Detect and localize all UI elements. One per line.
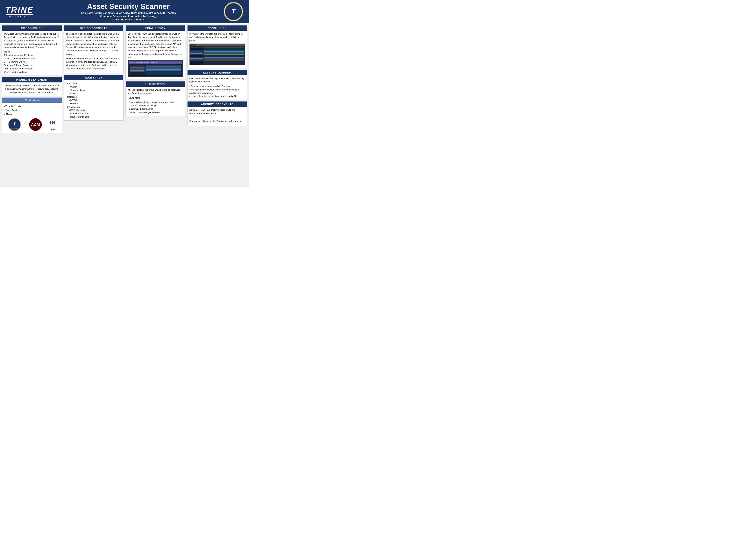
tech-database: Database MYSQL Grafana xyxy=(66,95,122,105)
future-work-header: FUTURE WORK xyxy=(126,81,185,87)
conclusion-header: CONCLUSION xyxy=(187,25,247,31)
advisor-line: Advisors: David Corcoran xyxy=(35,18,222,21)
lessons-list: Development of dashboards in Grafana Man… xyxy=(189,85,245,98)
column-3: FINAL DESIGN Users interface with this a… xyxy=(126,25,185,185)
seal-inner: T ANGOLA, INDIANA xyxy=(225,3,242,20)
grafana-topbar xyxy=(190,44,245,47)
ingov-logo: IN .gov xyxy=(50,118,55,131)
seal-sublabel: ANGOLA, INDIANA xyxy=(228,15,239,16)
authors-line: Eric Gaby, Tanner Johnston, Jalan Albea,… xyxy=(35,11,222,15)
ack-p2: Censys Inc. - Owner of the Censys networ… xyxy=(189,119,245,123)
ingov-in-text: IN xyxy=(50,118,55,128)
role-eric: Eric – Infrastructure Engineer xyxy=(4,54,33,56)
tech-docker: Docker Containers xyxy=(66,115,122,118)
tech-application: Application Python Censys Library Dash xyxy=(66,82,122,95)
problem-statement-header: PROBLEM STATEMENT xyxy=(2,77,62,82)
column-4: CONCLUSION In finalizing the work for th… xyxy=(187,25,247,185)
customers-body: • Trine University • Texas A&M • IN.gov … xyxy=(2,103,62,133)
university-wordmark: UNIVERSITY xyxy=(9,15,30,18)
future-items-label: Future Items xyxy=(128,96,183,100)
introduction-header: INTRODUCTION xyxy=(2,25,62,31)
future-item-2: General Remediation Steps xyxy=(128,104,183,107)
acknowledgements-section: ACKNOWLEDGEMENTS David Corcoran – Adjunc… xyxy=(187,101,247,126)
trine-logo-left: TRINE UNIVERSITY xyxy=(4,6,35,18)
role-tanner: Tanner – Software Engineer xyxy=(4,64,32,66)
future-item-1: Custom Highlighting options for returned… xyxy=(128,101,183,104)
trine-wordmark: TRINE xyxy=(5,6,34,14)
conclusion-section: CONCLUSION In finalizing the work for th… xyxy=(187,25,247,68)
problem-statement-body: Assets are being deployed and exposed to… xyxy=(2,82,62,96)
app-screenshot-content xyxy=(129,64,182,76)
trine-divider xyxy=(6,15,33,15)
app-sidebar xyxy=(129,65,145,75)
column-2: DESIGN CONCEPTS The design of this appli… xyxy=(64,25,124,185)
conclusion-body: In finalizing the work for this project,… xyxy=(187,31,247,68)
design-concepts-p2: The database features two tables that ho… xyxy=(66,57,122,71)
future-items-list: Custom Highlighting options for returned… xyxy=(128,101,183,114)
acknowledgements-body: David Corcoran – Adjunct Professor, CSIT… xyxy=(187,107,247,126)
grafana-sidebar xyxy=(190,47,204,65)
acknowledgements-header: ACKNOWLEDGEMENTS xyxy=(187,102,247,107)
trine-seal-right: T ANGOLA, INDIANA xyxy=(222,2,245,21)
future-work-section: FUTURE WORK After publication, the group… xyxy=(126,81,185,116)
tech-dash: Dash xyxy=(66,92,122,95)
tech-infrastructure: Infrastructure ESXI Hypervisor Ubuntu Se… xyxy=(66,105,122,119)
lesson-1: Development of dashboards in Grafana xyxy=(189,85,245,88)
app-screenshot: SysGuard Asset Manager | SysGuard UI Ver… xyxy=(128,60,183,77)
introduction-body: Our Asset Security Scanner is used to di… xyxy=(2,31,62,75)
tech-stack-header: TECH STACK xyxy=(64,75,124,80)
tech-python: Python xyxy=(66,85,122,88)
tech-stack-body: Application Python Censys Library Dash D… xyxy=(64,80,124,121)
customers-header: Customers xyxy=(2,98,62,103)
future-item-4: Ability to handle larger datasets xyxy=(128,111,183,114)
lessons-learned-body: Over the duration of this capstone proje… xyxy=(187,75,247,100)
customer-item-3: • IN.gov xyxy=(4,112,60,116)
tech-ubuntu: Ubuntu Server OS xyxy=(66,112,122,115)
tech-stack-section: TECH STACK Application Python Censys Lib… xyxy=(64,75,124,121)
future-item-3: Customized dashboards xyxy=(128,107,183,111)
app-screenshot-inner: SysGuard Asset Manager | SysGuard UI Ver… xyxy=(129,61,182,76)
am-logo-text: A&M xyxy=(31,121,40,128)
design-concepts-section: DESIGN CONCEPTS The design of this appli… xyxy=(64,25,124,73)
tech-database-sub: MYSQL Grafana xyxy=(66,99,122,105)
lesson-3: Usage of the Censys python libraries and… xyxy=(189,95,245,98)
page-header: TRINE UNIVERSITY Asset Security Scanner … xyxy=(0,0,249,23)
final-design-header: FINAL DESIGN xyxy=(126,25,185,31)
page-title: Asset Security Scanner xyxy=(35,2,222,11)
lesson-2: Management of MySQL server and connectin… xyxy=(189,88,245,95)
final-design-p1: Users interface with this application th… xyxy=(128,32,183,59)
tech-mysql: MYSQL xyxy=(66,99,122,102)
app-main xyxy=(145,65,181,75)
app-screenshot-bar: SysGuard Asset Manager | SysGuard UI Ver… xyxy=(129,61,182,64)
department-line: Computer Science and Information Technol… xyxy=(35,15,222,18)
future-work-p1: After publication, the group would like … xyxy=(128,88,183,95)
header-center: Asset Security Scanner Eric Gaby, Tanner… xyxy=(35,2,222,21)
role-jt: JT – Software Engineer xyxy=(4,61,27,63)
final-design-section: FINAL DESIGN Users interface with this a… xyxy=(126,25,185,80)
tech-infrastructure-sub: ESXI Hypervisor Ubuntu Server OS Docker … xyxy=(66,109,122,119)
design-concepts-body: The design of this application starts wi… xyxy=(64,31,124,73)
app-bar-text: SysGuard Asset Manager | SysGuard UI Ver… xyxy=(129,62,158,63)
roles-label: Roles: xyxy=(4,51,10,53)
final-design-body: Users interface with this application th… xyxy=(126,31,185,80)
seal-letter: T xyxy=(232,8,235,15)
introduction-section: INTRODUCTION Our Asset Security Scanner … xyxy=(2,25,62,76)
trine-seal-label: ANGOLA, INDIANA xyxy=(11,128,18,129)
lessons-learned-section: LESSONS LEARNED Over the duration of thi… xyxy=(187,70,247,100)
design-concepts-p1: The design of this application starts wi… xyxy=(66,32,122,56)
column-1: INTRODUCTION Our Asset Security Scanner … xyxy=(2,25,62,185)
lessons-intro: Over the duration of this capstone proje… xyxy=(189,77,245,84)
conclusion-p1: In finalizing the work for this project,… xyxy=(189,32,245,43)
customers-section: Customers • Trine University • Texas A&M… xyxy=(2,98,62,133)
design-concepts-header: DESIGN CONCEPTS xyxy=(64,25,124,31)
grafana-screenshot xyxy=(189,44,245,65)
ingov-dotgov-text: .gov xyxy=(51,128,55,131)
customer-item-1: • Trine University xyxy=(4,104,60,108)
introduction-p1: Our Asset Security Scanner is used to di… xyxy=(4,32,60,49)
tech-censys-lib: Censys Library xyxy=(66,88,122,92)
tech-esxi: ESXI Hypervisor xyxy=(66,109,122,112)
problem-statement-section: PROBLEM STATEMENT Assets are being deplo… xyxy=(2,77,62,96)
grafana-main xyxy=(203,47,245,65)
role-jalan: Jalan – Database Administrator xyxy=(4,57,35,60)
trine-logo-customers: T ANGOLA, INDIANA xyxy=(8,118,21,131)
